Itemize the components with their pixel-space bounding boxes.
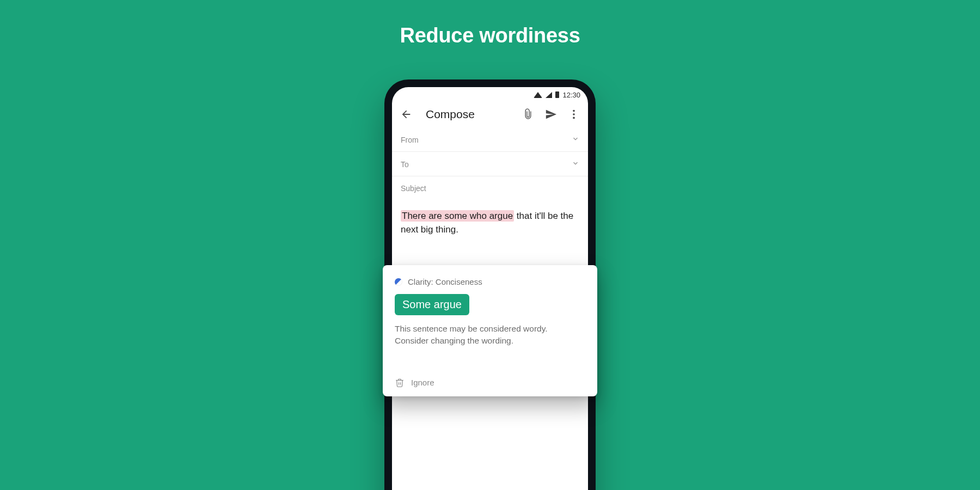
- svg-point-2: [573, 117, 575, 119]
- svg-point-1: [573, 113, 575, 115]
- suggestion-replacement-button[interactable]: Some argue: [395, 294, 469, 315]
- suggestion-card: Clarity: Conciseness Some argue This sen…: [383, 265, 597, 396]
- email-body[interactable]: There are some who argue that it'll be t…: [392, 200, 588, 246]
- chevron-down-icon: [572, 160, 579, 169]
- suggestion-explanation: This sentence may be considered wordy. C…: [395, 323, 585, 347]
- suggestion-category: Clarity: Conciseness: [395, 277, 585, 286]
- to-label: To: [401, 160, 409, 169]
- send-icon[interactable]: [544, 108, 558, 121]
- from-field[interactable]: From: [392, 127, 588, 152]
- page-headline: Reduce wordiness: [0, 24, 980, 47]
- subject-label: Subject: [401, 184, 426, 193]
- from-label: From: [401, 136, 419, 144]
- status-time: 12:30: [562, 91, 580, 99]
- trash-icon: [395, 378, 405, 388]
- status-bar: 12:30: [392, 87, 588, 102]
- chevron-down-icon: [572, 135, 579, 144]
- svg-point-0: [573, 110, 575, 112]
- compose-appbar: Compose: [392, 102, 588, 127]
- suggestion-category-label: Clarity: Conciseness: [408, 277, 482, 286]
- back-icon[interactable]: [400, 108, 413, 121]
- appbar-title: Compose: [426, 108, 512, 121]
- attach-icon[interactable]: [522, 108, 535, 121]
- clarity-icon: [395, 278, 402, 286]
- highlighted-phrase[interactable]: There are some who argue: [401, 210, 514, 222]
- overflow-menu-icon[interactable]: [567, 108, 580, 121]
- cell-signal-icon: [546, 92, 552, 98]
- wifi-icon: [534, 92, 542, 98]
- ignore-label: Ignore: [411, 378, 434, 387]
- to-field[interactable]: To: [392, 152, 588, 176]
- ignore-button[interactable]: Ignore: [395, 373, 585, 388]
- battery-icon: [555, 91, 559, 98]
- subject-field[interactable]: Subject: [392, 176, 588, 200]
